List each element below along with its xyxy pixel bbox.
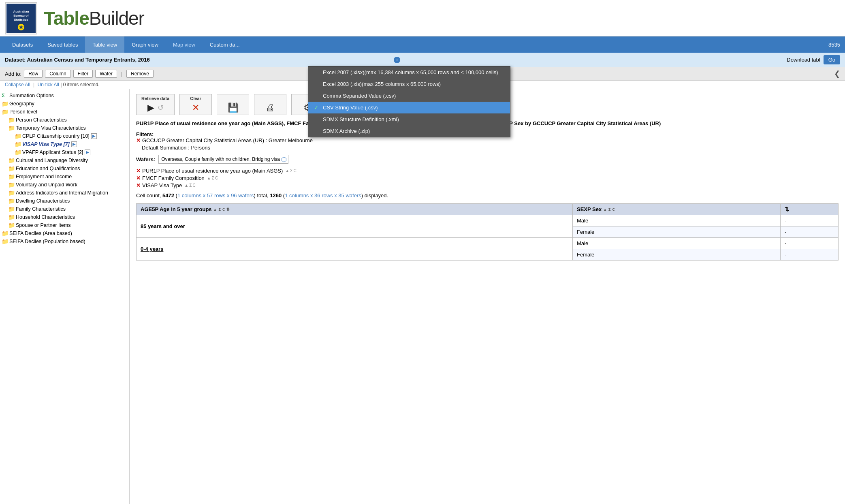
download-format-dropdown[interactable]: Excel 2007 (.xlsx)(max 16,384 columns x …: [308, 66, 510, 137]
col-sex-sigma[interactable]: Σ: [608, 207, 610, 211]
refresh-icon[interactable]: ↺: [158, 103, 164, 112]
sidebar-item-label: VPAFP Applicant Status [2]: [22, 149, 83, 155]
save-button[interactable]: 💾: [217, 94, 249, 115]
sidebar-item-cplp[interactable]: 📁 CPLP Citizenship country [10] ▶: [0, 132, 129, 140]
dropdown-item-sdmx-xml[interactable]: SDMX Structure Definition (.xml): [308, 113, 510, 125]
sort-up-icon[interactable]: ▲: [285, 169, 289, 173]
sigma-sort-icon-2[interactable]: Σ: [212, 176, 214, 180]
addto-filter-button[interactable]: Filter: [73, 70, 93, 78]
nav-custom[interactable]: Custom da...: [203, 36, 247, 53]
print-label: [270, 96, 271, 101]
clear-button[interactable]: Clear ✕: [179, 94, 212, 115]
sidebar-item-cultural[interactable]: 📁 Cultural and Language Diversity: [0, 156, 129, 164]
expand-arrow-vpafp[interactable]: ▶: [85, 149, 90, 155]
collapse-sidebar-icon[interactable]: ❮: [834, 70, 840, 78]
nav-graph-view[interactable]: Graph view: [124, 36, 166, 53]
sidebar-item-employment[interactable]: 📁 Employment and Income: [0, 173, 129, 181]
sort-c-icon[interactable]: C: [293, 169, 296, 173]
print-button[interactable]: 🖨: [254, 94, 286, 115]
save-icon[interactable]: 💾: [228, 103, 239, 113]
col-age-c[interactable]: C: [222, 207, 225, 211]
sidebar-item-label: Geography: [9, 101, 34, 107]
sidebar-item-seifa-area[interactable]: 📁 SEIFA Deciles (Area based): [0, 229, 129, 237]
sidebar-item-education[interactable]: 📁 Education and Qualifications: [0, 164, 129, 173]
addto-column-button[interactable]: Column: [45, 70, 70, 78]
dropdown-item-sdmx-zip[interactable]: SDMX Archive (.zip): [308, 125, 510, 137]
sidebar-item-label: Family Characteristics: [16, 206, 66, 212]
col-val-arrow[interactable]: ⇅: [785, 206, 789, 212]
dropdown-item-csv-string[interactable]: ✓ CSV String Value (.csv): [308, 102, 510, 113]
retrieve-data-button[interactable]: Retrieve data ▶ ↺: [136, 94, 175, 115]
sidebar-item-seifa-pop[interactable]: 📁 SEIFA Deciles (Population based): [0, 237, 129, 246]
sort-up-icon-3[interactable]: ▲: [184, 183, 188, 188]
retrieve-label: Retrieve data: [141, 96, 169, 101]
col-sex-sort-up[interactable]: ▲: [603, 207, 607, 211]
untick-all-link[interactable]: Un-tick All: [38, 82, 59, 88]
cell-count-link2[interactable]: 1 columns x 36 rows x 35 wafers: [285, 192, 361, 199]
sort-c-icon-3[interactable]: C: [192, 183, 195, 188]
col-sex-c[interactable]: C: [612, 207, 615, 211]
row-sort-icons-1: ▲ Σ C: [285, 169, 296, 173]
go-button[interactable]: Go: [824, 55, 840, 64]
print-icon[interactable]: 🖨: [266, 103, 275, 113]
sort-c-icon-2[interactable]: C: [215, 176, 218, 180]
filter-x-icon-1[interactable]: ✕: [136, 137, 141, 143]
sidebar-item-person-level[interactable]: 📁 Person level: [0, 108, 129, 116]
download-label: Download tabl: [787, 57, 820, 63]
remove-button[interactable]: Remove: [126, 70, 154, 78]
nav-map-view[interactable]: Map view: [166, 36, 203, 53]
dropdown-item-csv[interactable]: Comma Separated Value (.csv): [308, 90, 510, 102]
collapse-all-link[interactable]: Collapse All: [5, 82, 30, 88]
cell-count-link1[interactable]: 1 columns x 57 rows x 96 wafers: [177, 192, 254, 199]
sort-up-icon-2[interactable]: ▲: [207, 176, 211, 180]
col-age-sort-up[interactable]: ▲: [213, 207, 217, 211]
sidebar-item-household[interactable]: 📁 Household Characteristics: [0, 213, 129, 221]
col-age-sigma[interactable]: Σ: [218, 207, 220, 211]
header: Australian Bureau of Statistics TableBui…: [0, 0, 845, 36]
sidebar-item-family[interactable]: 📁 Family Characteristics: [0, 205, 129, 213]
sidebar-item-geography[interactable]: 📁 Geography: [0, 100, 129, 108]
folder-icon: 📁: [8, 165, 15, 172]
row-x-icon-3[interactable]: ✕: [136, 182, 141, 188]
info-icon[interactable]: i: [394, 57, 400, 63]
sidebar-item-voluntary[interactable]: 📁 Voluntary and Unpaid Work: [0, 181, 129, 189]
sidebar-item-label: Dwelling Characteristics: [16, 198, 70, 204]
sigma-sort-icon-3[interactable]: Σ: [189, 183, 192, 188]
sidebar-item-vpafp[interactable]: 📁 VPAFP Applicant Status [2] ▶: [0, 148, 129, 156]
nav-datasets[interactable]: Datasets: [5, 36, 40, 53]
dropdown-label: Excel 2007 (.xlsx)(max 16,384 columns x …: [323, 69, 498, 75]
sigma-sort-icon[interactable]: Σ: [290, 169, 292, 173]
addto-pipe: |: [121, 71, 122, 77]
folder-icon: 📁: [2, 109, 8, 115]
expand-arrow-visap[interactable]: ▶: [71, 141, 77, 147]
sidebar-item-dwelling[interactable]: 📁 Dwelling Characteristics: [0, 197, 129, 205]
wafers-select[interactable]: Overseas, Couple family with no children…: [158, 155, 288, 164]
addto-wafer-button[interactable]: Wafer: [95, 70, 117, 78]
sidebar-item-temp-visa[interactable]: 📁 Temporary Visa Characteristics: [0, 124, 129, 132]
sex-cell-female-1: Female: [572, 226, 780, 238]
sidebar-item-visap[interactable]: 📁 VISAP Visa Type [7] ▶: [0, 140, 129, 148]
sidebar-item-address[interactable]: 📁 Address Indicators and Internal Migrat…: [0, 189, 129, 197]
items-selected: | 0 items selected.: [60, 82, 100, 88]
nav-user-id: 8535: [828, 42, 840, 48]
sidebar-item-person-char[interactable]: 📁 Person Characteristics: [0, 116, 129, 124]
play-icon[interactable]: ▶: [147, 103, 154, 113]
row-x-icon-2[interactable]: ✕: [136, 175, 141, 181]
clear-x-icon[interactable]: ✕: [192, 103, 199, 113]
nav-table-view[interactable]: Table view: [85, 36, 124, 53]
save-label: [233, 96, 234, 101]
sidebar-item-summation[interactable]: Σ Summation Options: [0, 92, 129, 100]
sidebar-item-spouse[interactable]: 📁 Spouse or Partner Items: [0, 221, 129, 229]
table-row: 0-4 years Male -: [137, 238, 839, 249]
addto-row-button[interactable]: Row: [24, 70, 43, 78]
dropdown-item-xlsx[interactable]: Excel 2007 (.xlsx)(max 16,384 columns x …: [308, 66, 510, 78]
filters-label: Filters:: [136, 131, 154, 137]
val-cell-2: -: [781, 226, 839, 238]
expand-arrow[interactable]: ▶: [91, 133, 97, 139]
dropdown-label: Comma Separated Value (.csv): [323, 93, 396, 99]
row-label-3: VISAP Visa Type: [142, 182, 182, 188]
nav-saved-tables[interactable]: Saved tables: [40, 36, 85, 53]
col-age-arrows[interactable]: ⇅: [226, 207, 230, 211]
dropdown-item-xls[interactable]: Excel 2003 (.xls)(max 255 columns x 65,0…: [308, 78, 510, 90]
row-x-icon-1[interactable]: ✕: [136, 168, 141, 174]
